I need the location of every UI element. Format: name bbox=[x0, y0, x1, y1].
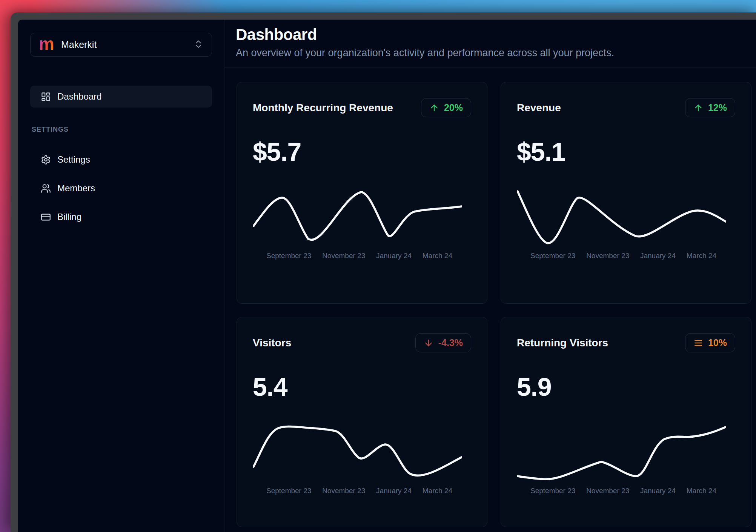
card-monthly-recurring-revenue: Monthly Recurring Revenue 20% $5.7 bbox=[237, 82, 487, 304]
gear-icon bbox=[41, 155, 51, 165]
x-axis-label: November 23 bbox=[322, 252, 365, 260]
sparkline-chart bbox=[253, 424, 462, 481]
sidebar-item-billing[interactable]: Billing bbox=[30, 206, 212, 228]
trend-badge: 20% bbox=[421, 98, 471, 117]
settings-nav: Settings Members bbox=[30, 149, 212, 228]
x-axis-label: January 24 bbox=[640, 487, 676, 495]
page-subtitle: An overview of your organization's activ… bbox=[236, 47, 745, 59]
trend-badge: 10% bbox=[685, 333, 735, 352]
card-returning-visitors: Returning Visitors 10% 5.9 Septemb bbox=[501, 317, 751, 527]
x-axis-label: September 23 bbox=[266, 487, 311, 495]
workspace-name: Makerkit bbox=[61, 39, 187, 50]
sidebar-section-settings: SETTINGS bbox=[32, 126, 212, 134]
card-visitors: Visitors -4.3% 5.4 September 23 bbox=[237, 317, 487, 527]
card-revenue: Revenue 12% $5.1 September 23 bbox=[501, 82, 751, 304]
x-axis-label: November 23 bbox=[322, 487, 365, 495]
x-axis-label: March 24 bbox=[687, 487, 716, 495]
sidebar-item-label: Billing bbox=[57, 212, 81, 222]
arrow-up-icon bbox=[429, 103, 439, 113]
sparkline-path bbox=[518, 191, 725, 243]
x-axis-labels: September 23 November 23 January 24 Marc… bbox=[253, 252, 462, 260]
x-axis-label: September 23 bbox=[530, 252, 575, 260]
trend-badge: -4.3% bbox=[415, 333, 471, 352]
sparkline-path bbox=[254, 426, 461, 475]
x-axis-label: September 23 bbox=[266, 252, 311, 260]
metric-value: $5.1 bbox=[517, 137, 735, 166]
sidebar-item-label: Members bbox=[57, 183, 95, 194]
sparkline-chart bbox=[517, 424, 726, 481]
x-axis-labels: September 23 November 23 January 24 Marc… bbox=[517, 252, 726, 260]
card-title: Monthly Recurring Revenue bbox=[253, 102, 393, 114]
sidebar: m Makerkit Dashboard bbox=[18, 20, 224, 532]
card-title: Visitors bbox=[253, 337, 291, 349]
x-axis-label: March 24 bbox=[687, 252, 716, 260]
trend-badge: 12% bbox=[685, 98, 735, 117]
arrow-up-icon bbox=[693, 103, 703, 113]
primary-nav: Dashboard bbox=[30, 86, 212, 108]
metric-value: $5.7 bbox=[253, 137, 471, 166]
macos-window: m Makerkit Dashboard bbox=[11, 12, 756, 532]
x-axis-label: March 24 bbox=[423, 487, 452, 495]
sidebar-item-settings[interactable]: Settings bbox=[30, 149, 212, 171]
x-axis-label: January 24 bbox=[640, 252, 676, 260]
users-icon bbox=[41, 183, 51, 194]
x-axis-label: September 23 bbox=[530, 487, 575, 495]
metric-value: 5.9 bbox=[517, 372, 735, 401]
sidebar-item-members[interactable]: Members bbox=[30, 177, 212, 199]
trend-value: 20% bbox=[444, 102, 463, 113]
arrow-down-icon bbox=[424, 338, 433, 348]
x-axis-label: January 24 bbox=[376, 487, 412, 495]
trend-value: 12% bbox=[708, 102, 727, 113]
card-title: Revenue bbox=[517, 102, 561, 114]
card-title: Returning Visitors bbox=[517, 337, 608, 349]
sparkline-chart bbox=[517, 189, 726, 246]
trend-value: 10% bbox=[708, 337, 727, 348]
sidebar-item-dashboard[interactable]: Dashboard bbox=[30, 86, 212, 108]
sparkline-path bbox=[254, 192, 461, 240]
x-axis-labels: September 23 November 23 January 24 Marc… bbox=[517, 487, 726, 495]
x-axis-labels: September 23 November 23 January 24 Marc… bbox=[253, 487, 462, 495]
x-axis-label: November 23 bbox=[586, 252, 629, 260]
metric-value: 5.4 bbox=[253, 372, 471, 401]
x-axis-label: March 24 bbox=[423, 252, 452, 260]
layout-dashboard-icon bbox=[41, 92, 51, 102]
sidebar-item-label: Dashboard bbox=[57, 91, 101, 102]
credit-card-icon bbox=[41, 212, 51, 222]
makerkit-logo-icon: m bbox=[39, 35, 54, 52]
sparkline-path bbox=[518, 427, 725, 479]
x-axis-label: November 23 bbox=[586, 487, 629, 495]
trend-value: -4.3% bbox=[438, 337, 463, 348]
sparkline-chart bbox=[253, 189, 462, 246]
sidebar-item-label: Settings bbox=[57, 154, 90, 165]
page-header: Dashboard An overview of your organizati… bbox=[224, 20, 756, 68]
page-title: Dashboard bbox=[236, 26, 745, 44]
main-area: Dashboard An overview of your organizati… bbox=[224, 20, 756, 532]
cards-grid: Monthly Recurring Revenue 20% $5.7 bbox=[224, 68, 756, 527]
x-axis-label: January 24 bbox=[376, 252, 412, 260]
app-root: m Makerkit Dashboard bbox=[18, 20, 756, 532]
trend-flat-icon bbox=[693, 338, 703, 348]
workspace-selector[interactable]: m Makerkit bbox=[30, 33, 212, 57]
chevrons-up-down-icon bbox=[194, 39, 203, 51]
